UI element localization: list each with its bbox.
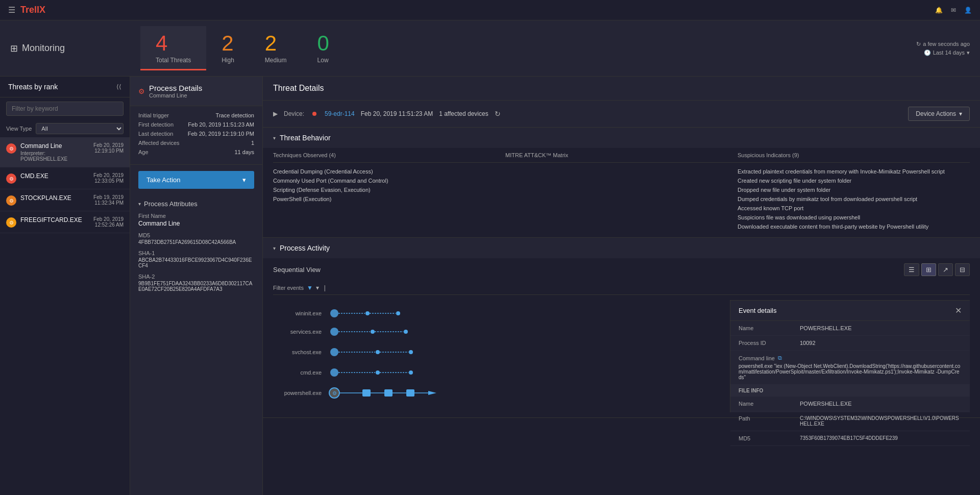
event-detail-row-pid: Process ID 10092: [730, 336, 970, 351]
event-detail-cmdline: Command line ⧉ powershell.exe "iex (New-…: [730, 351, 970, 385]
threat-item-commandline[interactable]: ⚙ Command Line Interpreter: POWERSHELL.E…: [0, 137, 130, 167]
event-details-header: Event details ✕: [730, 301, 970, 321]
suspicious-item: Suspicions file was downloaded using pow…: [738, 213, 970, 222]
device-actions-button[interactable]: Device Actions ▾: [908, 107, 970, 121]
filter-events-row: Filter events ▼ ▾ |: [273, 281, 970, 295]
device-refresh-icon[interactable]: ↻: [495, 110, 501, 118]
process-info-row: Last detection Feb 20, 2019 12:19:10 PM: [138, 131, 254, 137]
table-view-button[interactable]: ⊟: [955, 263, 970, 276]
technique-item: PowerShell (Execution): [273, 194, 505, 204]
svg-point-7: [330, 328, 338, 336]
chevron-down-icon: ▾: [273, 245, 276, 251]
process-graph-area: wininit.exe services.exe: [273, 300, 970, 412]
last-days[interactable]: 🕐 Last 14 days ▾: [924, 50, 970, 56]
threat-behavior-grid: Techniques Observed (4) Credential Dumpi…: [263, 148, 980, 237]
device-status-dot: [312, 112, 316, 116]
header-bar: ⊞ Monitoring 4 Total Threats 2 High 2 Me…: [0, 20, 980, 77]
svg-point-5: [396, 311, 400, 315]
process-activity-header[interactable]: ▾ Process Activity: [263, 238, 980, 258]
threat-item-stockplan[interactable]: ⚙ STOCKPLAN.EXE Feb 19, 201911:32:34 PM: [0, 189, 130, 211]
process-details-header: ⚙ Process Details Command Line: [130, 77, 262, 106]
device-expand-button[interactable]: ▶: [273, 110, 278, 117]
process-gear-icon: ⚙: [138, 87, 145, 95]
svg-point-15: [376, 350, 380, 354]
header-right: ↻ a few seconds ago 🕐 Last 14 days ▾: [916, 41, 970, 56]
app-logo: TrellX: [20, 5, 45, 15]
process-info-row: First detection Feb 20, 2019 11:51:23 AM: [138, 121, 254, 128]
threat-behavior-header[interactable]: ▾ Threat Behavior: [263, 128, 980, 148]
filter-expand-icon[interactable]: ▾: [316, 284, 319, 291]
event-details-close-button[interactable]: ✕: [955, 306, 962, 315]
sidebar-title: Threats by rank: [8, 83, 58, 91]
svg-text:svchost.exe: svchost.exe: [292, 349, 322, 355]
event-detail-row-name: Name POWERSHELL.EXE: [730, 321, 970, 336]
svg-rect-32: [406, 389, 414, 397]
view-icons: ☰ ⊞ ↗ ⊟: [904, 263, 970, 276]
process-info-table: Initial trigger Trace detection First de…: [130, 106, 262, 165]
sidebar-collapse-button[interactable]: ⟨⟨: [116, 83, 121, 90]
chart-view-button[interactable]: ↗: [938, 263, 953, 276]
svg-point-11: [404, 330, 408, 334]
suspicious-item: Created new scripting file under system …: [738, 176, 970, 185]
stat-total-threats[interactable]: 4 Total Threats: [140, 26, 206, 70]
top-nav: ☰ TrellX 🔔 ✉ 👤: [0, 0, 980, 20]
technique-item: Commonly Used Port (Command and Control): [273, 176, 505, 185]
svg-text:cmd.exe: cmd.exe: [300, 369, 322, 376]
file-info-row-name: Name POWERSHELL.EXE: [730, 397, 970, 411]
threat-severity-icon: ⚙: [6, 195, 16, 206]
threat-details-header: Threat Details: [263, 77, 980, 101]
threat-item-cmd[interactable]: ⚙ CMD.EXE Feb 20, 201912:33:05 PM: [0, 167, 130, 189]
process-attributes-section: ▾ Process Attributes First Name Command …: [130, 195, 262, 303]
sidebar-header: Threats by rank ⟨⟨: [0, 77, 130, 97]
process-info-row: Initial trigger Trace detection: [138, 112, 254, 118]
sequential-view-header: Sequential View ☰ ⊞ ↗ ⊟: [273, 263, 970, 276]
suspicious-item: Downloaded executable content from third…: [738, 222, 970, 231]
chevron-down-icon: ▾: [273, 135, 276, 141]
monitoring-icon: ⊞: [10, 43, 18, 54]
process-details-title: Process Details: [149, 84, 202, 92]
list-view-button[interactable]: ☰: [904, 263, 919, 276]
content-area: ▾ Threat Behavior Techniques Observed (4…: [263, 128, 980, 495]
filter-input[interactable]: [6, 102, 124, 116]
hamburger-icon[interactable]: ☰: [8, 5, 15, 15]
refresh-icon[interactable]: ↻: [916, 41, 921, 47]
process-attributes-header[interactable]: ▾ Process Attributes: [138, 195, 254, 213]
event-details-title: Event details: [739, 307, 776, 314]
process-graph-svg: wininit.exe services.exe: [273, 300, 569, 407]
svg-text:⚙: ⚙: [332, 390, 337, 396]
threat-item-freegiftcard[interactable]: ⚙ FREEGIFTCARD.EXE Feb 20, 201912:52:26 …: [0, 211, 130, 233]
chevron-down-icon: ▾: [138, 201, 141, 207]
notifications-icon[interactable]: 🔔: [935, 7, 943, 14]
svg-point-1: [330, 309, 338, 317]
suspicious-item: Dumped credentials by mimikatz tool from…: [738, 194, 970, 204]
svg-rect-30: [384, 389, 393, 397]
device-name[interactable]: 59-edr-114: [325, 110, 355, 117]
main-layout: Threats by rank ⟨⟨ View Type All ⚙ Comma…: [0, 77, 980, 495]
svg-point-23: [409, 370, 413, 375]
stat-low[interactable]: 0 Low: [302, 26, 345, 70]
threat-severity-icon: ⚙: [6, 174, 16, 184]
refresh-time: ↻ a few seconds ago: [916, 41, 970, 47]
view-type-select[interactable]: All: [36, 123, 124, 134]
messages-icon[interactable]: ✉: [951, 7, 956, 14]
process-info-row: Affected devices 1: [138, 140, 254, 146]
stat-high[interactable]: 2 High: [206, 26, 250, 70]
svg-rect-28: [362, 389, 371, 397]
take-action-button[interactable]: Take Action ▾: [138, 171, 254, 189]
grid-view-button[interactable]: ⊞: [921, 263, 936, 276]
user-icon[interactable]: 👤: [964, 7, 972, 14]
process-activity-section: ▾ Process Activity Sequential View ☰ ⊞ ↗…: [263, 238, 980, 418]
suspicious-item: Accessed known TCP port: [738, 204, 970, 213]
svg-text:powershell.exe: powershell.exe: [284, 390, 322, 396]
chevron-down-icon: ▾: [242, 176, 246, 184]
svg-point-3: [365, 311, 370, 315]
svg-marker-34: [428, 391, 436, 395]
copy-icon[interactable]: ⧉: [778, 355, 782, 361]
svg-point-9: [371, 330, 375, 334]
process-info-row: Age 11 days: [138, 149, 254, 155]
stat-medium[interactable]: 2 Medium: [250, 26, 302, 70]
filter-icon[interactable]: ▼: [307, 284, 313, 291]
device-row: ▶ Device: 59-edr-114 Feb 20, 2019 11:51:…: [263, 101, 980, 128]
technique-item: Credential Dumping (Credential Access): [273, 167, 505, 176]
process-activity-body: Sequential View ☰ ⊞ ↗ ⊟ Filter events ▼ …: [263, 258, 980, 417]
